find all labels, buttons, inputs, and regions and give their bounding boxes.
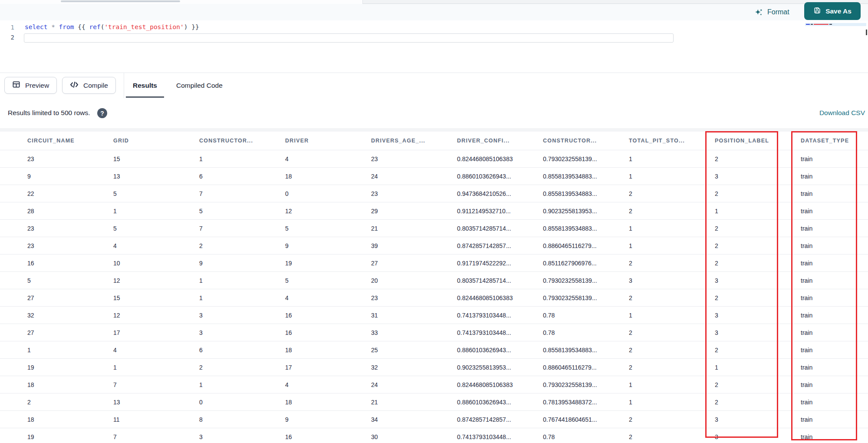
format-button[interactable]: Format — [754, 6, 789, 18]
column-header: CIRCUIT_NAME — [22, 132, 108, 150]
table-cell: train — [795, 294, 868, 301]
tab-results[interactable]: Results — [126, 73, 164, 98]
column-header: TOTAL_PIT_STO... — [623, 132, 709, 150]
table-cell: 0.7930232558139... — [537, 277, 623, 284]
table-cell: 3 — [709, 277, 795, 284]
tab-compiled-code-label: Compiled Code — [176, 82, 223, 89]
save-as-button[interactable]: Save As — [804, 2, 861, 20]
tab-scrollbar-thumb[interactable] — [61, 0, 180, 2]
column-header: POSITION_LABEL — [709, 132, 795, 150]
table-cell: 0.78 — [537, 329, 623, 336]
table-cell: 1 — [623, 381, 709, 388]
table-cell: 12 — [108, 277, 194, 284]
table-cell: 0.8035714285714... — [451, 225, 537, 232]
table-cell: 23 — [22, 225, 108, 232]
table-cell: 1 — [623, 155, 709, 162]
table-cell: 5 — [108, 225, 194, 232]
table-cell: 6 — [194, 347, 279, 354]
table-cell: 27 — [22, 329, 108, 336]
table-cell: 16 — [22, 260, 108, 267]
table-cell: 17 — [108, 329, 194, 336]
table-cell: 11 — [108, 416, 194, 423]
table-cell: 0 — [194, 399, 279, 406]
table-cell: 2 — [709, 190, 795, 197]
table-row: 2717316330.7413793103448...0.7823train — [0, 324, 868, 341]
compile-button[interactable]: Compile — [62, 77, 116, 94]
table-cell: train — [795, 416, 868, 423]
column-header: DRIVER — [279, 132, 365, 150]
table-cell: train — [795, 347, 868, 354]
table-cell: 7 — [108, 433, 194, 440]
table-cell: 2 — [709, 260, 795, 267]
table-cell: 0.9473684210526... — [451, 190, 537, 197]
table-cell: 30 — [365, 433, 451, 440]
table-cell: 1 — [194, 381, 279, 388]
table-cell: 18 — [279, 399, 365, 406]
table-cell: 22 — [22, 190, 108, 197]
table-cell: 2 — [623, 294, 709, 301]
table-cell: 29 — [365, 208, 451, 215]
table-cell: 0.7813953488372... — [537, 399, 623, 406]
table-cell: 0.8860103626943... — [451, 399, 537, 406]
download-csv-link[interactable]: Download CSV — [819, 109, 865, 117]
table-cell: train — [795, 208, 868, 215]
table-cell: train — [795, 242, 868, 249]
table-cell: train — [795, 399, 868, 406]
active-line-box[interactable] — [24, 33, 674, 43]
table-cell: 4 — [279, 294, 365, 301]
table-cell: 0.7930232558139... — [537, 155, 623, 162]
table-cell: 3 — [709, 173, 795, 180]
column-header: DATASET_TYPE — [795, 132, 868, 150]
table-cell: 9 — [279, 242, 365, 249]
table-cell: 1 — [709, 364, 795, 371]
code-editor[interactable]: 1select * from {{ ref('train_test_positi… — [0, 20, 868, 73]
table-cell: 0.78 — [537, 312, 623, 319]
table-row: 18714240.8244680851063830.7930232558139.… — [0, 376, 868, 393]
table-cell: 2 — [709, 399, 795, 406]
table-cell: train — [795, 329, 868, 336]
table-row: 913618240.8860103626943...0.855813953488… — [0, 167, 868, 185]
preview-button[interactable]: Preview — [4, 77, 57, 94]
table-row: 191217320.9023255813953...0.886046511627… — [0, 358, 868, 376]
line-number: 1 — [0, 24, 14, 31]
table-row: 23575210.8035714285714...0.8558139534883… — [0, 219, 868, 237]
table-cell: 0.824468085106383 — [451, 294, 537, 301]
table-cell: 9 — [194, 260, 279, 267]
table-cell: 2 — [709, 242, 795, 249]
table-cell: 25 — [365, 347, 451, 354]
table-cell: 27 — [22, 294, 108, 301]
table-cell: 7 — [194, 225, 279, 232]
table-cell: 0.8558139534883... — [537, 347, 623, 354]
table-cell: 0.7930232558139... — [537, 294, 623, 301]
table-cell: train — [795, 433, 868, 440]
results-panel-header: Preview Compile Results Compiled Code — [0, 73, 868, 98]
table-row: 271514230.8244680851063830.7930232558139… — [0, 289, 868, 306]
table-cell: 1 — [623, 312, 709, 319]
table-cell: 2 — [623, 416, 709, 423]
table-cell: 0.8511627906976... — [537, 260, 623, 267]
editor-scrollbar-thumb[interactable] — [866, 30, 867, 35]
tab-compiled-code[interactable]: Compiled Code — [169, 73, 230, 98]
table-row: 51215200.8035714285714...0.7930232558139… — [0, 271, 868, 289]
tab-results-label: Results — [133, 82, 157, 89]
table-cell: 27 — [365, 260, 451, 267]
help-icon[interactable]: ? — [97, 108, 107, 118]
table-cell: 18 — [22, 381, 108, 388]
table-cell: 19 — [22, 364, 108, 371]
table-cell: 3 — [709, 312, 795, 319]
editor-toolbar — [0, 4, 868, 20]
table-cell: 16 — [279, 312, 365, 319]
table-cell: 18 — [22, 416, 108, 423]
table-cell: 3 — [709, 329, 795, 336]
table-cell: 23 — [365, 155, 451, 162]
table-cell: 7 — [108, 381, 194, 388]
table-cell: 0.7413793103448... — [451, 329, 537, 336]
table-cell: 1 — [108, 364, 194, 371]
table-row: 197316300.7413793103448...0.7823train — [0, 428, 868, 443]
table-cell: 34 — [365, 416, 451, 423]
table-cell: 0.824468085106383 — [451, 155, 537, 162]
table-cell: 16 — [279, 433, 365, 440]
column-header: GRID — [108, 132, 194, 150]
table-cell: 18 — [279, 173, 365, 180]
table-cell: 2 — [709, 225, 795, 232]
